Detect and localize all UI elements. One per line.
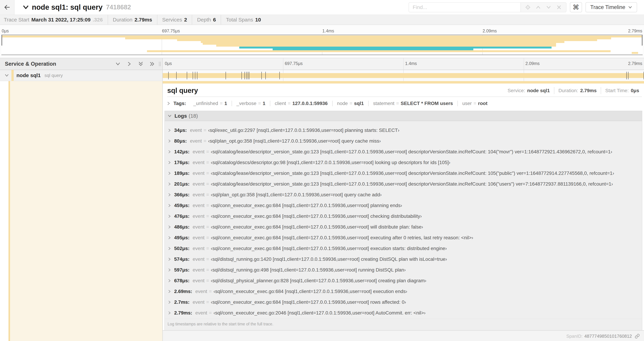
log-entry[interactable]: 80μs: event = ‹sql/plan_opt.go:358 [nsql… bbox=[165, 136, 642, 146]
log-entry[interactable]: 2.79ms: event = ‹sql/conn_executor_exec.… bbox=[165, 307, 642, 318]
span-row-track[interactable] bbox=[163, 70, 644, 81]
log-timestamp: 201μs: bbox=[174, 181, 190, 187]
span-log-tick bbox=[262, 72, 262, 79]
log-entry[interactable]: 189μs: event = ‹sql/catalog/lease/descri… bbox=[165, 168, 642, 179]
clear-find-icon[interactable] bbox=[556, 5, 562, 10]
detail-overview: Service: node sql1 Duration: 2.79ms Star… bbox=[504, 87, 642, 94]
log-timestamp: 2.79ms: bbox=[174, 310, 192, 316]
command-icon: ⌘ bbox=[573, 4, 579, 11]
collapse-trace-chevron-icon[interactable] bbox=[22, 4, 29, 11]
log-message: ‹sql/distsql_running.go:498 [nsql1,clien… bbox=[211, 267, 406, 273]
log-timestamp: 80μs: bbox=[174, 138, 187, 144]
log-field-key: event bbox=[193, 256, 205, 262]
minimap-tick-label: 697.75μs bbox=[162, 29, 180, 34]
log-message: ‹sql/conn_executor_exec.go:2046 [nsql1,c… bbox=[214, 310, 426, 316]
expand-one-icon[interactable] bbox=[127, 61, 132, 67]
overview-label: Service: bbox=[508, 87, 525, 94]
expand-all-icon[interactable] bbox=[150, 61, 155, 67]
meta-trace-start: Trace Start March 31 2022, 17:25:09.326 bbox=[4, 15, 108, 25]
find-group bbox=[408, 2, 566, 12]
chevron-right-icon bbox=[168, 171, 172, 175]
keyboard-shortcuts-button[interactable]: ⌘ bbox=[570, 2, 582, 12]
log-message: ‹sql/conn_executor_exec.go:684 [nsql1,cl… bbox=[214, 289, 407, 294]
log-entry[interactable]: 2.7ms: event = ‹sql/conn_executor_exec.g… bbox=[165, 297, 642, 307]
meta-label: Trace Start bbox=[4, 15, 29, 25]
minimap-tick-label: 2.79ms bbox=[628, 29, 642, 34]
span-collapse-chevron-icon[interactable] bbox=[4, 73, 9, 78]
log-timestamp: 495μs: bbox=[174, 235, 190, 240]
trace-minimap: 0μs697.75μs1.4ms2.09ms2.79ms bbox=[0, 25, 644, 58]
log-entry[interactable]: 142μs: event = ‹sql/catalog/lease/descri… bbox=[165, 146, 642, 157]
find-input[interactable] bbox=[408, 2, 520, 12]
log-entry[interactable]: 2.69ms: event = ‹sql/conn_executor_exec.… bbox=[165, 286, 642, 297]
log-field-key: event bbox=[193, 246, 205, 251]
tag-item: client = 127.0.0.1:59936 bbox=[270, 101, 332, 106]
span-duration-bar[interactable] bbox=[163, 73, 644, 78]
column-resize-handle[interactable] bbox=[159, 62, 161, 66]
tag-equals: = bbox=[350, 101, 352, 106]
detail-indent-guide[interactable] bbox=[8, 81, 10, 341]
log-equals: = bbox=[206, 149, 209, 155]
locate-icon[interactable] bbox=[525, 5, 530, 10]
span-log-tick bbox=[626, 72, 627, 79]
log-entry[interactable]: 597μs: event = ‹sql/distsql_running.go:4… bbox=[165, 265, 642, 275]
log-entry[interactable]: 459μs: event = ‹sql/conn_executor_exec.g… bbox=[165, 200, 642, 211]
log-equals: = bbox=[206, 181, 209, 187]
chevron-right-icon bbox=[168, 182, 172, 186]
meta-value-ms: .326 bbox=[92, 15, 103, 25]
log-entry[interactable]: 201μs: event = ‹sql/catalog/lease/descri… bbox=[165, 179, 642, 189]
ruler-gridline bbox=[403, 58, 404, 70]
log-entry[interactable]: 366μs: event = ‹sql/plan_opt.go:358 [nsq… bbox=[165, 189, 642, 200]
minimap-right-scrubber[interactable] bbox=[642, 35, 642, 46]
logs-header[interactable]: Logs (18) bbox=[165, 111, 642, 121]
log-entry[interactable]: 476μs: event = ‹sql/conn_executor_exec.g… bbox=[165, 211, 642, 222]
log-field-key: event bbox=[193, 213, 205, 219]
tag-equals: = bbox=[288, 101, 290, 106]
meta-value: 6 bbox=[213, 15, 216, 25]
log-entry[interactable]: 678μs: event = ‹sql/distsql_physical_pla… bbox=[165, 275, 642, 286]
overview-duration: Duration: 2.79ms bbox=[554, 87, 601, 94]
ruler-tick-label: 0μs bbox=[165, 61, 172, 66]
tag-equals: = bbox=[396, 101, 399, 106]
tag-equals: = bbox=[474, 101, 476, 106]
span-log-tick bbox=[242, 72, 242, 79]
find-prev-icon[interactable] bbox=[536, 5, 541, 10]
log-message: ‹sql/conn_executor_exec.go:684 [nsql1,cl… bbox=[211, 203, 402, 208]
tag-value: root bbox=[478, 101, 487, 106]
back-button[interactable] bbox=[0, 0, 14, 15]
log-equals: = bbox=[206, 278, 209, 283]
minimap-span-bar bbox=[216, 45, 556, 47]
log-entry[interactable]: 495μs: event = ‹sql/conn_executor_exec.g… bbox=[165, 232, 642, 243]
log-entry[interactable]: 486μs: event = ‹sql/conn_executor_exec.g… bbox=[165, 222, 642, 232]
chevron-right-icon bbox=[168, 150, 172, 154]
log-field-key: event bbox=[193, 192, 205, 198]
collapse-all-icon[interactable] bbox=[138, 61, 143, 67]
minimap-canvas[interactable] bbox=[2, 35, 642, 55]
chevron-right-icon bbox=[168, 193, 172, 197]
span-log-tick bbox=[168, 72, 168, 79]
span-log-tick bbox=[280, 72, 280, 79]
log-entry[interactable]: 34μs: event = ‹sql/exec_util.go:2297 [ns… bbox=[165, 125, 642, 136]
trace-view-select[interactable]: Trace Timeline bbox=[586, 2, 637, 12]
tag-item: _unfinished = 1 bbox=[189, 101, 232, 106]
log-entry[interactable]: 176μs: event = ‹sql/catalog/descs/descri… bbox=[165, 157, 642, 168]
link-icon[interactable] bbox=[635, 333, 640, 339]
span-detail-row: sql query Service: node sql1 Duration: 2… bbox=[0, 81, 644, 341]
tags-accordion[interactable]: Tags: _unfinished = 1 _verbose = 1 clien… bbox=[163, 97, 644, 110]
find-next-icon[interactable] bbox=[546, 5, 551, 10]
overview-service: Service: node sql1 bbox=[504, 87, 554, 94]
log-entry[interactable]: 574μs: event = ‹sql/distsql_running.go:1… bbox=[165, 254, 642, 265]
span-row-name-cell[interactable]: node sql1 sql query bbox=[0, 70, 163, 81]
meta-services: Services 2 bbox=[157, 15, 192, 25]
log-timestamp: 459μs: bbox=[174, 203, 190, 208]
tag-key: _unfinished bbox=[193, 101, 218, 106]
minimap-left-scrubber[interactable] bbox=[2, 35, 2, 46]
overview-value: 0μs bbox=[631, 87, 639, 94]
overview-value: 2.79ms bbox=[580, 87, 596, 94]
log-timestamp: 189μs: bbox=[174, 171, 190, 176]
meta-label: Total Spans bbox=[226, 15, 253, 25]
collapse-one-icon[interactable] bbox=[115, 61, 120, 67]
minimap-span-bar bbox=[239, 47, 552, 49]
log-equals: = bbox=[209, 289, 212, 294]
log-entry[interactable]: 502μs: event = ‹sql/conn_executor_exec.g… bbox=[165, 243, 642, 254]
